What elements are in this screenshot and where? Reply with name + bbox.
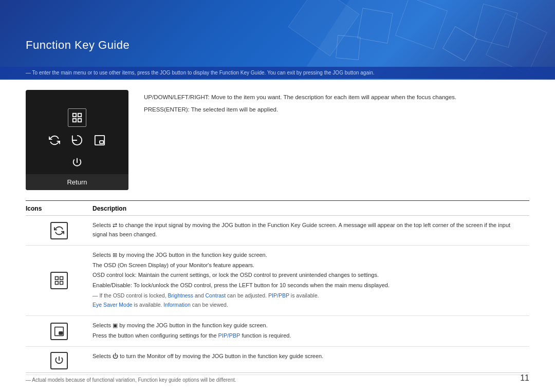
intro-line2: PRESS(ENTER): The selected item will be … xyxy=(144,105,529,114)
table-row: Selects ⏻ to turn the Monitor off by mov… xyxy=(26,347,529,375)
information-highlight: Information xyxy=(163,302,191,308)
table-row: Selects ⇄ to change the input signal by … xyxy=(26,216,529,246)
svg-rect-0 xyxy=(73,113,76,116)
source-desc: Selects ⇄ to change the input signal by … xyxy=(92,221,524,239)
svg-rect-5 xyxy=(100,140,103,143)
instructions-text: UP/DOWN/LEFT/RIGHT: Move to the item you… xyxy=(144,90,529,190)
col-description: Description xyxy=(92,205,529,212)
monitor-icons-grid xyxy=(44,107,110,173)
menu-icon xyxy=(50,272,68,289)
icon-cell-source xyxy=(26,221,92,240)
svg-rect-2 xyxy=(73,118,76,121)
page-number: 11 xyxy=(520,374,529,383)
pip-pbp-highlight2: PIP/PBP xyxy=(218,332,240,339)
table-header: Icons Description xyxy=(26,201,529,216)
svg-rect-12 xyxy=(59,332,63,334)
icon-cell-power xyxy=(26,352,92,369)
monitor-ui: Return xyxy=(26,90,128,190)
input-source-icon xyxy=(50,222,68,239)
icon-cell-menu xyxy=(26,251,92,310)
svg-rect-8 xyxy=(60,277,63,280)
intro-line1: UP/DOWN/LEFT/RIGHT: Move to the item you… xyxy=(144,92,529,102)
monitor-power-icon xyxy=(68,154,86,172)
desc-cell-source: Selects ⇄ to change the input signal by … xyxy=(92,221,529,240)
footnote-text: — Actual models because of functional va… xyxy=(26,377,236,383)
table-row: Selects ▣ by moving the JOG button in th… xyxy=(26,316,529,347)
icon-cell-pip xyxy=(26,321,92,341)
content-top: Return UP/DOWN/LEFT/RIGHT: Move to the i… xyxy=(26,90,529,190)
pip-desc1: Selects ▣ by moving the JOG button in th… xyxy=(92,321,524,330)
footnote: — Actual models because of functional va… xyxy=(26,372,529,383)
svg-rect-1 xyxy=(78,113,81,116)
table-section: Icons Description Selects ⇄ to change th… xyxy=(26,200,529,375)
svg-rect-3 xyxy=(78,118,81,121)
pip-pbp-icon xyxy=(50,323,68,340)
monitor-pip-icon xyxy=(90,131,109,150)
table-row: Selects ⊞ by moving the JOG button in th… xyxy=(26,246,529,316)
eye-saver-highlight: Eye Saver Mode xyxy=(92,302,133,308)
svg-rect-10 xyxy=(60,282,63,285)
power-desc: Selects ⏻ to turn the Monitor off by mov… xyxy=(92,352,524,361)
page-title: Function Key Guide xyxy=(26,39,130,52)
pip-pbp-highlight: PIP/PBP xyxy=(268,292,289,298)
svg-rect-9 xyxy=(55,282,59,285)
desc-cell-power: Selects ⏻ to turn the Monitor off by mov… xyxy=(92,352,529,369)
monitor-source-icon xyxy=(45,131,64,150)
monitor-menu-icon xyxy=(68,108,86,127)
desc-cell-menu: Selects ⊞ by moving the JOG button in th… xyxy=(92,251,529,310)
menu-note1: — If the OSD control is locked, Brightne… xyxy=(92,291,524,300)
desc-cell-pip: Selects ▣ by moving the JOG button in th… xyxy=(92,321,529,341)
pip-desc2: Press the button when configuring settin… xyxy=(92,331,524,341)
main-content: Return UP/DOWN/LEFT/RIGHT: Move to the i… xyxy=(0,80,555,392)
return-label: Return xyxy=(26,174,128,190)
monitor-rotate-icon xyxy=(68,131,86,150)
menu-desc2: The OSD (On Screen Display) of your Moni… xyxy=(92,261,524,270)
menu-note2: Eye Saver Mode is available. Information… xyxy=(92,301,524,309)
col-icons: Icons xyxy=(26,205,92,212)
power-icon xyxy=(50,352,68,369)
menu-desc1: Selects ⊞ by moving the JOG button in th… xyxy=(92,251,524,260)
menu-desc4: Enable/Disable: To lock/unlock the OSD c… xyxy=(92,281,524,290)
brightness-highlight: Brightness xyxy=(168,292,193,298)
instruction-bar: — To enter the main menu or to use other… xyxy=(0,67,555,79)
contrast-highlight: Contrast xyxy=(205,292,226,298)
instruction-bar-text: — To enter the main menu or to use other… xyxy=(26,70,375,76)
svg-rect-7 xyxy=(55,277,59,280)
menu-desc3: OSD control lock: Maintain the current s… xyxy=(92,271,524,280)
